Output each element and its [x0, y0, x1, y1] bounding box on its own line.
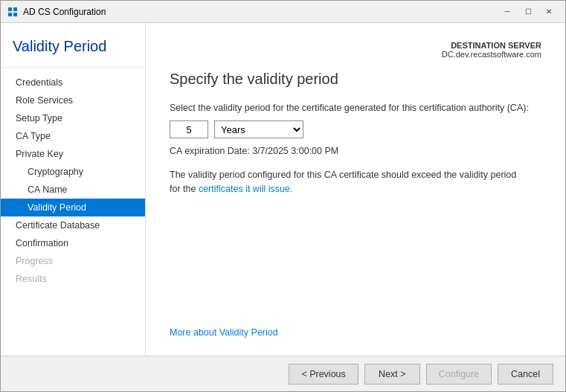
sidebar-item-progress: Progress	[1, 252, 145, 270]
close-button[interactable]: ✕	[538, 4, 559, 19]
sidebar-item-ca-name[interactable]: CA Name	[1, 181, 145, 199]
sidebar-item-role-services[interactable]: Role Services	[1, 91, 145, 109]
previous-button[interactable]: < Previous	[289, 364, 358, 385]
main-window: AD CS Configuration ─ ☐ ✕ Validity Perio…	[0, 0, 566, 392]
restore-button[interactable]: ☐	[518, 4, 538, 19]
sidebar: Validity Period Credentials Role Service…	[1, 23, 146, 356]
svg-rect-0	[8, 7, 12, 11]
sidebar-item-certificate-database[interactable]: Certificate Database	[1, 216, 145, 234]
content-area: Validity Period Credentials Role Service…	[1, 23, 565, 356]
period-row: Hours Days Weeks Months Years	[170, 121, 541, 138]
info-text: The validity period configured for this …	[170, 168, 527, 196]
more-link[interactable]: More about Validity Period	[170, 315, 541, 338]
svg-rect-1	[13, 7, 17, 11]
server-info: DESTINATION SERVER DC.dev.recastsoftware…	[170, 41, 541, 59]
period-unit-select[interactable]: Hours Days Weeks Months Years	[214, 121, 303, 138]
title-bar: AD CS Configuration ─ ☐ ✕	[1, 1, 565, 23]
window-title: AD CS Configuration	[23, 7, 497, 17]
sidebar-item-credentials[interactable]: Credentials	[1, 74, 145, 91]
footer: < Previous Next > Configure Cancel	[1, 356, 565, 391]
server-label: DESTINATION SERVER	[170, 41, 541, 50]
sidebar-item-results: Results	[1, 270, 145, 288]
section-label: Select the validity period for the certi…	[170, 103, 541, 113]
sidebar-title: Validity Period	[1, 38, 145, 68]
sidebar-item-ca-type[interactable]: CA Type	[1, 127, 145, 145]
svg-rect-3	[13, 13, 17, 16]
svg-rect-2	[8, 13, 12, 16]
page-title: Specify the validity period	[170, 71, 541, 88]
app-icon	[7, 6, 19, 18]
period-value-input[interactable]	[170, 121, 208, 138]
window-controls: ─ ☐ ✕	[497, 4, 559, 19]
next-button[interactable]: Next >	[364, 364, 420, 385]
server-name: DC.dev.recastsoftware.com	[170, 50, 541, 59]
sidebar-item-setup-type[interactable]: Setup Type	[1, 109, 145, 127]
sidebar-item-validity-period[interactable]: Validity Period	[1, 199, 145, 216]
cancel-button[interactable]: Cancel	[498, 364, 553, 385]
window-body: Validity Period Credentials Role Service…	[1, 23, 565, 391]
expiration-date: CA expiration Date: 3/7/2025 3:00:00 PM	[170, 146, 541, 156]
sidebar-item-confirmation[interactable]: Confirmation	[1, 234, 145, 252]
info-text-highlight: certificates it will issue.	[199, 184, 292, 194]
configure-button: Configure	[426, 364, 492, 385]
sidebar-item-cryptography[interactable]: Cryptography	[1, 163, 145, 181]
minimize-button[interactable]: ─	[497, 4, 518, 19]
sidebar-item-private-key[interactable]: Private Key	[1, 145, 145, 163]
main-content: DESTINATION SERVER DC.dev.recastsoftware…	[146, 23, 565, 356]
